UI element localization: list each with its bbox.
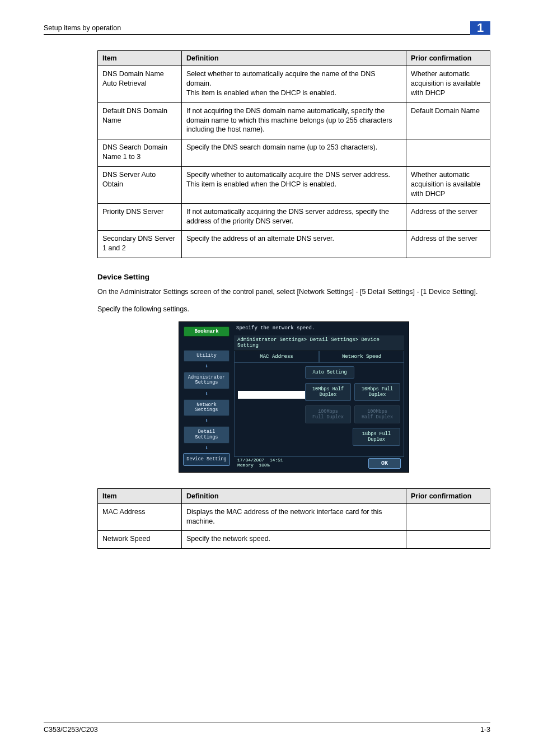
- cell-prior: [406, 139, 490, 167]
- cell-item: DNS Domain Name Auto Retrieval: [98, 66, 182, 103]
- table-row: Network Speed Specify the network speed.: [98, 531, 490, 549]
- cell-prior: Address of the server: [406, 231, 490, 258]
- panel-breadcrumb: Administrator Settings> Detail Settings>…: [234, 335, 404, 351]
- cell-prior: Default Domain Name: [406, 102, 490, 139]
- table-row: DNS Domain Name Auto Retrieval Select wh…: [98, 66, 490, 103]
- cell-item: DNS Server Auto Obtain: [98, 167, 182, 204]
- page-footer: C353/C253/C203 1-3: [44, 722, 490, 734]
- footer-page-number: 1-3: [480, 726, 490, 734]
- tab-mac-address[interactable]: MAC Address: [234, 351, 319, 363]
- col-header-prior: Prior confirmation: [406, 51, 490, 66]
- cell-definition: Specify whether to automatically acquire…: [182, 167, 406, 204]
- nav-device-setting[interactable]: Device Setting: [184, 454, 229, 465]
- table-row: Priority DNS Server If not automatically…: [98, 203, 490, 231]
- section-paragraph: Specify the following settings.: [97, 304, 490, 315]
- cell-definition: If not acquiring the DNS domain name aut…: [182, 102, 406, 139]
- tab-network-speed[interactable]: Network Speed: [319, 351, 404, 363]
- table-row: Default DNS Domain Name If not acquiring…: [98, 102, 490, 139]
- panel-status: 17/04/2007 14:51 Memory 100%: [237, 458, 283, 468]
- cell-definition: Specify the network speed.: [182, 531, 406, 549]
- nav-network-settings[interactable]: Network Settings: [184, 399, 229, 417]
- cell-prior: Whether automatic acquisition is availab…: [406, 66, 490, 103]
- table-row: DNS Search Domain Name 1 to 3 Specify th…: [98, 139, 490, 167]
- cell-item: MAC Address: [98, 503, 182, 531]
- speed-10-half-button[interactable]: 10Mbps Half Duplex: [305, 383, 351, 401]
- cell-item: Network Speed: [98, 531, 182, 549]
- cell-item: DNS Search Domain Name 1 to 3: [98, 139, 182, 167]
- dns-settings-table: Item Definition Prior confirmation DNS D…: [97, 50, 490, 258]
- chevron-down-icon: ⬇: [184, 363, 229, 370]
- cell-definition: Select whether to automatically acquire …: [182, 66, 406, 103]
- mac-address-field: [238, 391, 305, 399]
- footer-model: C353/C253/C203: [44, 726, 98, 734]
- speed-1g-full-button[interactable]: 1Gbps Full Duplex: [353, 428, 400, 446]
- ok-button[interactable]: OK: [368, 458, 401, 469]
- breadcrumb: Setup items by operation: [44, 24, 121, 34]
- col-header-definition: Definition: [182, 488, 406, 503]
- nav-admin-settings[interactable]: Administrator Settings: [184, 372, 229, 389]
- cell-definition: If not automatically acquiring the DNS s…: [182, 203, 406, 231]
- cell-definition: Specify the address of an alternate DNS …: [182, 231, 406, 258]
- bookmark-button[interactable]: Bookmark: [184, 326, 229, 337]
- cell-item: Secondary DNS Server 1 and 2: [98, 231, 182, 258]
- section-heading: Device Setting: [97, 273, 490, 281]
- panel-instruction: Specify the network speed.: [234, 324, 404, 335]
- speed-auto-button[interactable]: Auto Setting: [305, 366, 354, 379]
- cell-item: Priority DNS Server: [98, 203, 182, 231]
- col-header-prior: Prior confirmation: [406, 488, 490, 503]
- page-header: Setup items by operation 1: [44, 21, 490, 35]
- cell-definition: Specify the DNS search domain name (up t…: [182, 139, 406, 167]
- cell-prior: [406, 531, 490, 549]
- cell-prior: Whether automatic acquisition is availab…: [406, 167, 490, 204]
- cell-prior: Address of the server: [406, 203, 490, 231]
- section-paragraph: On the Administrator Settings screen of …: [97, 287, 490, 297]
- table-row: Secondary DNS Server 1 and 2 Specify the…: [98, 231, 490, 258]
- cell-definition: Displays the MAC address of the network …: [182, 503, 406, 531]
- cell-item: Default DNS Domain Name: [98, 102, 182, 139]
- chevron-down-icon: ⬇: [184, 417, 229, 424]
- table-row: DNS Server Auto Obtain Specify whether t…: [98, 167, 490, 204]
- control-panel-screenshot: Bookmark Utility ⬇ Administrator Setting…: [179, 321, 409, 473]
- speed-10-full-button[interactable]: 10Mbps Full Duplex: [354, 383, 400, 401]
- cell-prior: [406, 503, 490, 531]
- speed-100-full-button[interactable]: 100Mbps Full Duplex: [305, 405, 351, 423]
- col-header-item: Item: [98, 51, 182, 66]
- nav-utility[interactable]: Utility: [184, 350, 229, 362]
- nav-detail-settings[interactable]: Detail Settings: [184, 426, 229, 444]
- chevron-down-icon: ⬇: [184, 390, 229, 397]
- col-header-item: Item: [98, 488, 182, 503]
- chevron-down-icon: ⬇: [184, 445, 229, 451]
- chapter-badge: 1: [470, 21, 490, 35]
- table-row: MAC Address Displays the MAC address of …: [98, 503, 490, 531]
- device-setting-table: Item Definition Prior confirmation MAC A…: [97, 488, 490, 549]
- speed-100-half-button[interactable]: 100Mbps Half Duplex: [354, 405, 400, 423]
- col-header-definition: Definition: [182, 51, 406, 66]
